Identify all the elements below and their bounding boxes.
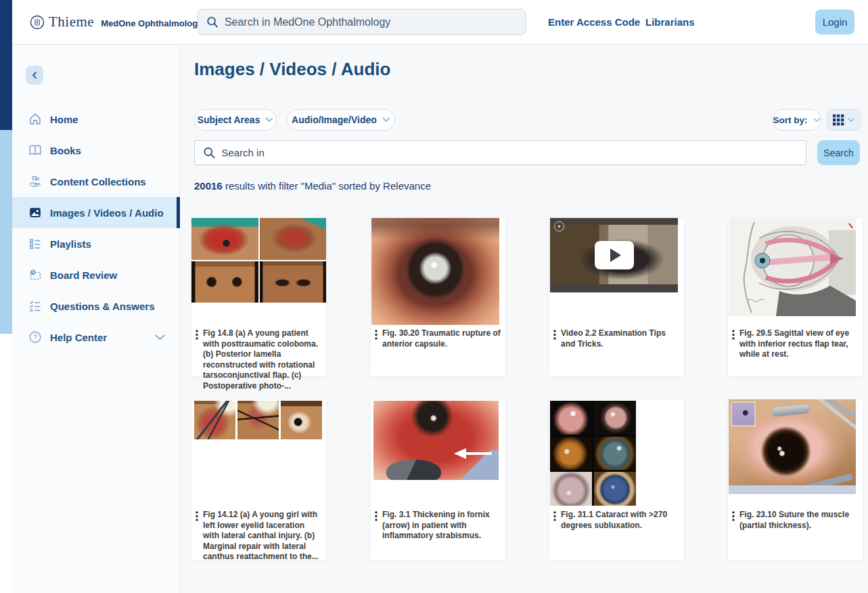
caption-row: Fig. 29.5 Sagittal view of eye with infe… [732, 328, 859, 360]
media-thumbnail[interactable] [373, 401, 499, 480]
kebab-menu-icon[interactable] [196, 511, 198, 521]
media-caption[interactable]: Fig 14.8 (a) A young patient with posttr… [203, 328, 322, 392]
sidebar-item-help-center[interactable]: ? Help Center [12, 322, 180, 353]
kebab-menu-icon[interactable] [732, 511, 735, 521]
thumbnail-photo [550, 472, 592, 506]
thumbnail-photo [594, 401, 636, 435]
search-icon [203, 146, 215, 159]
media-card[interactable]: Fig. 31.1 Cataract with >270 degrees sub… [549, 399, 684, 561]
sidebar-item-board-review[interactable]: Board Review [12, 259, 180, 290]
media-card[interactable]: Fig. 30.20 Traumatic rupture of anterior… [371, 218, 505, 376]
thumbnail-photo [237, 401, 279, 439]
subject-areas-dropdown[interactable]: Subject Areas [194, 109, 277, 131]
caption-row: Fig 14.8 (a) A young patient with posttr… [196, 328, 322, 392]
kebab-menu-icon[interactable] [732, 330, 735, 340]
kebab-menu-icon[interactable] [553, 511, 556, 521]
media-caption[interactable]: Fig. 30.20 Traumatic rupture of anterior… [382, 328, 501, 349]
global-search-input[interactable] [225, 16, 518, 28]
left-brand-strip-top [0, 0, 12, 130]
results-summary: 20016 results with filter "Media" sorted… [194, 180, 431, 192]
results-search-input[interactable] [221, 147, 798, 158]
sidebar-item-content-collections[interactable]: Content Collections [12, 166, 180, 197]
media-caption[interactable]: Fig. 31.1 Cataract with >270 degrees sub… [561, 510, 680, 531]
search-icon [206, 16, 219, 28]
thumbnail-photo [281, 401, 322, 439]
media-card[interactable]: Fig. 29.5 Sagittal view of eye with infe… [728, 218, 863, 376]
thumbnail-photo [550, 437, 592, 470]
brand[interactable]: Thieme MedOne Ophthalmology [30, 14, 202, 30]
sidebar-item-label: Home [50, 114, 78, 125]
media-card[interactable]: Fig. 23.10 Suture the muscle (partial th… [728, 399, 863, 561]
anatomy-sketch [729, 218, 856, 316]
media-card[interactable]: Fig 14.12 (a) A young girl with left low… [191, 399, 326, 561]
media-caption[interactable]: Fig. 23.10 Suture the muscle (partial th… [739, 510, 859, 531]
chevron-down-icon [813, 118, 821, 123]
sidebar-item-home[interactable]: Home [12, 104, 180, 135]
playlist-icon [27, 236, 43, 252]
sidebar-item-playlists[interactable]: Playlists [12, 228, 180, 259]
sidebar: Home Books Content Collections [12, 45, 180, 593]
kebab-menu-icon[interactable] [553, 330, 556, 340]
chevron-down-icon [155, 331, 165, 343]
grid-view-toggle[interactable] [827, 109, 861, 131]
media-thumbnail[interactable] [194, 401, 324, 440]
media-card[interactable]: Fig 14.8 (a) A young patient with posttr… [191, 218, 326, 376]
sidebar-item-label: Content Collections [50, 176, 146, 188]
media-thumbnail[interactable] [371, 218, 499, 325]
thumbnail-photo [191, 218, 258, 260]
media-thumbnail[interactable] [550, 401, 636, 506]
media-caption[interactable]: Fig. 29.5 Sagittal view of eye with infe… [739, 328, 859, 360]
thumbnail-photo [260, 218, 327, 260]
audio-image-video-dropdown[interactable]: Audio/Image/Video [287, 109, 395, 131]
thieme-logo-icon [30, 15, 45, 30]
kebab-menu-icon[interactable] [375, 330, 378, 340]
search-button[interactable]: Search [817, 140, 860, 165]
media-caption[interactable]: Fig 14.12 (a) A young girl with left low… [203, 510, 322, 563]
left-brand-strip-bottom [0, 130, 12, 334]
sidebar-item-images-videos-audio[interactable]: Images / Videos / Audio [12, 197, 180, 228]
login-button[interactable]: Login [815, 9, 854, 35]
enter-access-code-link[interactable]: Enter Access Code [548, 16, 640, 28]
sidebar-item-label: Books [50, 145, 81, 156]
chevron-down-icon [848, 118, 854, 123]
dropdown-label: Audio/Image/Video [292, 114, 377, 125]
brand-product: MedOne Ophthalmology [101, 18, 202, 28]
media-icon [27, 204, 43, 221]
results-summary-text: results with filter "Media" sorted by Re… [223, 180, 431, 192]
sidebar-item-label: Playlists [50, 238, 91, 250]
thumbnail-photo [594, 437, 636, 470]
brand-name: Thieme [49, 14, 94, 30]
media-caption[interactable]: Video 2.2 Examination Tips and Tricks. [561, 328, 680, 349]
dropdown-label: Subject Areas [198, 114, 260, 125]
thumbnail-instrument [771, 404, 810, 416]
chevron-left-icon [31, 71, 38, 79]
librarians-link[interactable]: Librarians [645, 16, 695, 28]
thumbnail-drape [729, 485, 856, 494]
sidebar-collapse-button[interactable] [26, 66, 43, 85]
sidebar-item-label: Questions & Answers [50, 301, 154, 312]
global-search-bar[interactable] [198, 9, 526, 35]
sidebar-item-label: Board Review [50, 269, 117, 281]
media-card[interactable]: Fig. 3.1 Thickening in fornix (arrow) in… [371, 399, 505, 561]
qa-checklist-icon [27, 298, 43, 314]
results-search-bar[interactable] [194, 140, 806, 165]
caption-row: Fig. 30.20 Traumatic rupture of anterior… [375, 328, 501, 349]
video-thumbnail[interactable] [550, 218, 678, 292]
media-caption[interactable]: Fig. 3.1 Thickening in fornix (arrow) in… [382, 510, 501, 542]
media-thumbnail[interactable] [191, 218, 326, 303]
sort-by-dropdown[interactable]: Sort by: [772, 109, 821, 131]
kebab-menu-icon[interactable] [375, 511, 378, 521]
media-card[interactable]: Video 2.2 Examination Tips and Tricks. [549, 218, 684, 376]
sidebar-item-label: Images / Videos / Audio [50, 207, 164, 219]
sidebar-item-questions-answers[interactable]: Questions & Answers [12, 290, 180, 322]
media-thumbnail[interactable] [729, 218, 856, 316]
video-watermark-logo [554, 221, 564, 232]
media-thumbnail[interactable] [729, 399, 856, 494]
grid-view-icon [833, 114, 844, 126]
top-header: Thieme MedOne Ophthalmology Enter Access… [12, 0, 868, 45]
caption-row: Fig. 3.1 Thickening in fornix (arrow) in… [375, 510, 501, 542]
kebab-menu-icon[interactable] [196, 330, 198, 340]
caption-row: Fig. 31.1 Cataract with >270 degrees sub… [553, 510, 680, 531]
play-button[interactable] [595, 241, 634, 269]
sidebar-item-books[interactable]: Books [12, 135, 180, 166]
